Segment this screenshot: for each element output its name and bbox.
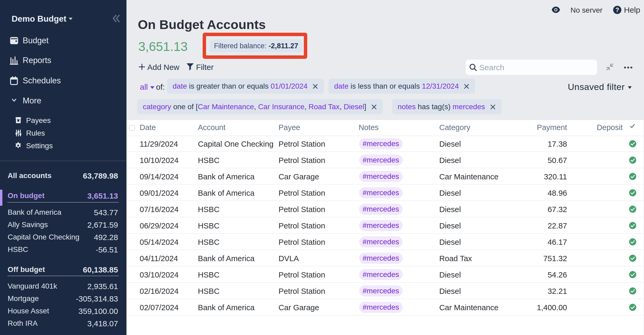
svg-text:?: ?: [615, 7, 619, 13]
